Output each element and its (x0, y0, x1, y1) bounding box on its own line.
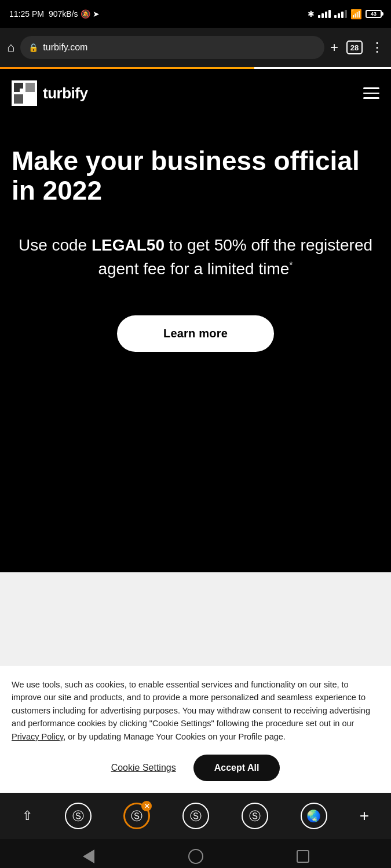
cookie-banner: We use tools, such as cookies, to enable… (0, 665, 391, 793)
new-tab-icon[interactable]: + (330, 39, 338, 56)
bluetooth-icon: ✱ (308, 9, 315, 19)
nav-tab-2[interactable]: Ⓢ (182, 803, 209, 829)
status-right: ✱ 📶 43 (308, 9, 382, 20)
hero-subtitle-text1: Use code (19, 236, 92, 254)
svg-rect-3 (14, 94, 23, 104)
signal-bars-1 (318, 10, 331, 18)
cookie-body-text: We use tools, such as cookies, to enable… (12, 680, 370, 728)
url-bar[interactable]: 🔒 turbify.com (20, 36, 324, 59)
mute-icon: 🔕 (81, 9, 90, 19)
svg-rect-2 (25, 83, 35, 92)
status-left: 11:25 PM 907kB/s 🔕 ➤ (9, 9, 100, 19)
time: 11:25 PM (9, 9, 44, 19)
wifi-icon: 📶 (350, 9, 362, 20)
home-circle-icon (188, 849, 203, 864)
hamburger-menu[interactable] (363, 87, 379, 99)
browser-menu-icon[interactable]: ⋮ (371, 40, 384, 55)
nav-tab-3-icon: Ⓢ (249, 808, 261, 824)
scroll-up-button[interactable]: ⇧ (22, 808, 32, 823)
promo-code: LEGAL50 (92, 236, 165, 254)
cookie-settings-button[interactable]: Cookie Settings (111, 763, 176, 773)
nav-tab-1[interactable]: Ⓢ (65, 803, 92, 829)
nav-tab-3[interactable]: Ⓢ (242, 803, 268, 829)
logo-text: turbify (43, 84, 87, 102)
hamburger-line-2 (363, 93, 379, 94)
content-section (0, 572, 391, 665)
hero-content: Make your business official in 2022 Use … (12, 112, 379, 572)
back-button[interactable] (79, 847, 98, 866)
browser-bar: ⌂ 🔒 turbify.com + 28 ⋮ (0, 28, 391, 67)
nav-tab-active-icon: Ⓢ (131, 808, 142, 824)
hamburger-line-1 (363, 87, 379, 89)
cookie-text: We use tools, such as cookies, to enable… (12, 678, 379, 743)
recents-button[interactable] (293, 847, 313, 866)
network-speed: 907kB/s (49, 9, 78, 19)
nav-tab-4[interactable]: 🌏 (301, 803, 327, 829)
nav-tab-active[interactable]: ✕ Ⓢ (123, 803, 150, 829)
site-nav: turbify (12, 69, 379, 112)
logo-icon (12, 80, 37, 106)
signal-bars-2 (334, 10, 347, 18)
hero-section: turbify Make your business official in 2… (0, 69, 391, 572)
learn-more-button[interactable]: Learn more (117, 315, 274, 352)
nav-tab-4-icon: 🌏 (306, 809, 321, 823)
close-badge: ✕ (141, 801, 152, 811)
nav-tab-2-icon: Ⓢ (190, 808, 202, 824)
cookie-body-text-end: , or by updating Manage Your Cookies on … (63, 732, 286, 741)
back-triangle-icon (83, 849, 94, 863)
status-bar: 11:25 PM 907kB/s 🔕 ➤ ✱ 📶 43 (0, 0, 391, 28)
recents-square-icon (297, 850, 309, 863)
add-tab-button[interactable]: + (360, 807, 369, 825)
home-button[interactable] (186, 847, 206, 866)
privacy-policy-link[interactable]: Privacy Policy (12, 732, 63, 741)
hero-title: Make your business official in 2022 (12, 146, 379, 205)
asterisk: * (289, 260, 293, 270)
battery-indicator: 43 (366, 10, 382, 18)
tab-count-badge[interactable]: 28 (346, 41, 363, 54)
svg-rect-4 (20, 89, 25, 94)
nav-tab-1-icon: Ⓢ (72, 808, 84, 824)
url-text: turbify.com (43, 42, 87, 53)
cookie-actions: Cookie Settings Accept All (12, 755, 379, 781)
accept-all-button[interactable]: Accept All (193, 755, 280, 781)
logo[interactable]: turbify (12, 80, 87, 106)
hamburger-line-3 (363, 97, 379, 99)
location-icon: ➤ (93, 9, 100, 19)
bottom-nav-bar: ⇧ Ⓢ ✕ Ⓢ Ⓢ Ⓢ 🌏 + (0, 793, 391, 839)
android-nav-bar (0, 839, 391, 868)
browser-actions: + 28 ⋮ (330, 39, 384, 56)
lock-icon: 🔒 (28, 43, 38, 52)
home-icon[interactable]: ⌂ (7, 40, 14, 55)
hero-subtitle: Use code LEGAL50 to get 50% off the regi… (12, 234, 379, 281)
